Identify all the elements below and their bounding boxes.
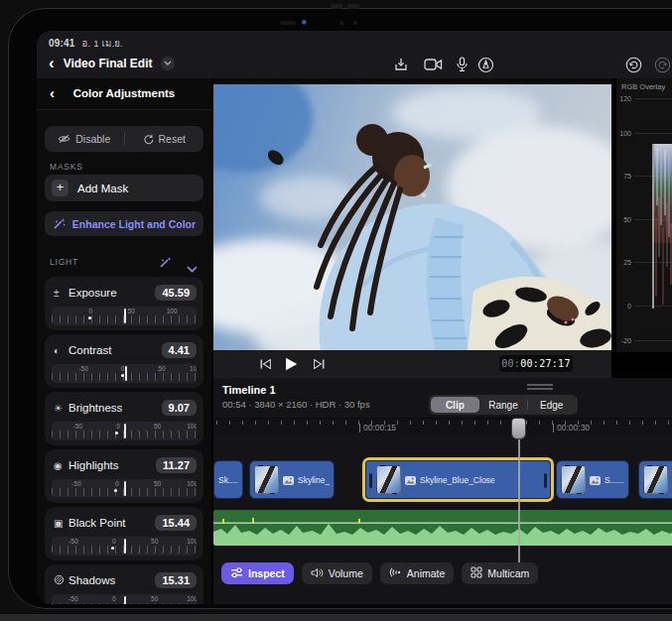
rgb-overlay-scope: RGB Overlay 1201007550250-20	[616, 78, 672, 352]
project-back-group[interactable]: ‹ Video Final Edit	[49, 55, 175, 71]
exposure-icon: ±	[54, 288, 68, 299]
slider-card-shadows: Shadows15.31-50050100	[45, 564, 203, 604]
auto-enhance-button[interactable]	[159, 255, 172, 273]
slider-value-field[interactable]: 45.59	[155, 285, 197, 301]
front-camera-icon	[302, 20, 307, 25]
tick-label: 50	[151, 595, 158, 602]
timeline-ruler[interactable]: 00:00:1500:00:30	[213, 418, 672, 435]
clip-label: Sk......	[218, 475, 238, 485]
project-title: Video Final Edit	[64, 57, 153, 70]
tick-label: 100	[187, 480, 197, 487]
slider-value-field[interactable]: 11.27	[156, 457, 197, 473]
project-menu-button[interactable]	[161, 57, 175, 70]
slider-label: Black Point	[68, 517, 126, 529]
mode-clip[interactable]: Clip	[431, 397, 479, 413]
slider-value-field[interactable]: 4.41	[162, 342, 197, 358]
tick-label: 0	[121, 365, 125, 372]
timeline-clip[interactable]	[638, 460, 672, 499]
slider-marker[interactable]	[124, 539, 126, 554]
record-video-button[interactable]	[422, 54, 444, 75]
slider-value-field[interactable]: 15.31	[155, 572, 197, 588]
slider-marker[interactable]	[124, 596, 126, 604]
panel-title: Color Adjustments	[37, 87, 211, 99]
slider-zero-dot	[114, 489, 117, 492]
reset-button[interactable]: Reset	[125, 126, 204, 152]
contrast-icon: ◐	[54, 345, 68, 356]
waveform-trace	[616, 78, 672, 352]
slider-value-field[interactable]: 9.07	[162, 400, 197, 416]
undo-icon	[625, 57, 642, 73]
play-button[interactable]	[281, 355, 301, 373]
slider-label: Brightness	[68, 402, 122, 414]
timecode-display: 00:00:27:17	[499, 355, 573, 372]
timeline-clip[interactable]: Skyline_Blue_Wide	[249, 460, 335, 499]
blackpoint-icon: ▣	[54, 518, 68, 529]
slider-card-contrast: ◐Contrast4.41-50050100	[45, 334, 203, 388]
redo-button[interactable]	[651, 54, 672, 75]
chevron-down-icon	[164, 61, 172, 65]
skip-back-button[interactable]	[255, 355, 275, 373]
audio-track[interactable]	[213, 510, 672, 546]
slider-ruler[interactable]: -50050100	[52, 537, 197, 556]
animate-icon	[389, 566, 402, 580]
tick-label: -50	[78, 365, 87, 372]
light-section-header: LIGHT	[37, 253, 211, 271]
add-mask-button[interactable]: + Add Mask	[45, 175, 203, 201]
slider-marker[interactable]	[124, 424, 126, 438]
slider-ruler[interactable]: 050100	[52, 307, 197, 325]
slider-card-highlights: ◉Highlights11.27-50050100	[45, 449, 203, 503]
tick-label: 50	[154, 480, 161, 487]
back-chevron-icon[interactable]: ‹	[49, 55, 55, 71]
volume-button[interactable]: Volume	[302, 562, 372, 584]
timeline-clip-selected[interactable]: Skyline_Blue_Close	[365, 460, 551, 499]
status-bar: 09:41อ. 1 เม.ย.	[49, 36, 123, 51]
mode-edge[interactable]: Edge	[527, 397, 576, 413]
enhance-light-color-button[interactable]: Enhance Light and Color	[45, 211, 203, 236]
collapse-section-button[interactable]	[187, 259, 198, 277]
slider-ruler[interactable]: -50050100	[52, 479, 197, 498]
mode-range[interactable]: Range	[479, 397, 528, 413]
sensor-dot	[339, 21, 343, 25]
record-audio-button[interactable]	[451, 54, 472, 75]
timeline-clip[interactable]: S......	[556, 460, 629, 499]
video-track: Sk......Skyline_Blue_WideSkyline_Blue_Cl…	[213, 460, 672, 499]
undo-button[interactable]	[622, 54, 644, 75]
mic-icon	[456, 57, 469, 72]
slider-marker[interactable]	[124, 309, 126, 323]
video-frame-image	[213, 78, 611, 352]
volume-icon	[311, 567, 324, 580]
shadows-icon	[54, 574, 68, 587]
annotate-button[interactable]	[474, 54, 496, 75]
slider-label: Highlights	[68, 459, 119, 471]
tick-label: 0	[89, 308, 93, 314]
ruler-ticks	[52, 373, 197, 381]
skip-forward-button[interactable]	[309, 355, 329, 373]
tool-label: Multicam	[487, 567, 529, 579]
multicam-button[interactable]: Multicam	[462, 562, 538, 584]
enhance-label: Enhance Light and Color	[72, 218, 196, 230]
color-adjustments-panel: ‹ Color Adjustments Disable	[37, 78, 211, 604]
trim-handle-right[interactable]	[544, 473, 547, 488]
animate-button[interactable]: Animate	[380, 562, 455, 584]
slider-ruler[interactable]: -50050100	[52, 422, 197, 440]
import-button[interactable]	[390, 54, 412, 75]
disable-label: Disable	[75, 133, 110, 145]
tick-label: 0	[112, 595, 116, 602]
reset-label: Reset	[159, 133, 186, 145]
inspect-button[interactable]: Inspect	[221, 562, 294, 584]
disable-button[interactable]: Disable	[45, 126, 124, 152]
slider-ruler[interactable]: -50050100	[52, 364, 197, 383]
add-mask-label: Add Mask	[77, 183, 128, 194]
trim-handle-left[interactable]	[369, 473, 372, 488]
clip-label: S......	[605, 475, 624, 485]
slider-value-field[interactable]: 15.44	[155, 515, 197, 531]
audio-waveform	[213, 510, 672, 546]
slider-card-exposure: ±Exposure45.59050100	[45, 277, 203, 330]
slider-marker[interactable]	[124, 481, 126, 496]
playhead-handle[interactable]	[511, 418, 526, 439]
timeline-clip[interactable]: Sk......	[213, 460, 243, 499]
panel-resize-handle[interactable]	[527, 384, 553, 390]
video-viewer[interactable]	[213, 78, 611, 352]
slider-ruler[interactable]: -50050100	[52, 594, 197, 604]
light-sliders-list: ±Exposure45.59050100◐Contrast4.41-500501…	[45, 277, 203, 604]
